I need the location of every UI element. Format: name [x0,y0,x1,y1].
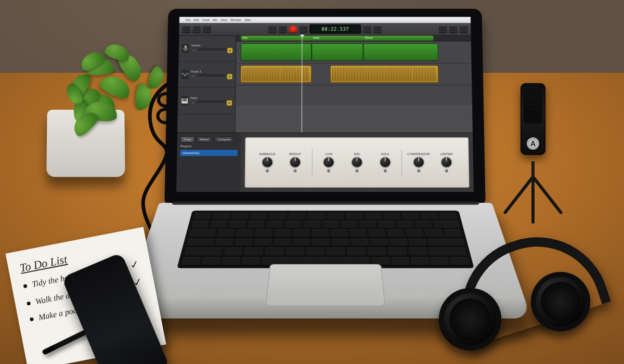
tab-compare[interactable]: Compare [214,136,233,142]
lane-2[interactable] [236,85,472,108]
metronome-button[interactable] [373,25,382,33]
tab-track[interactable]: Track [180,136,194,142]
svg-rect-3 [184,98,185,101]
play-button[interactable] [279,25,287,33]
track-header-2[interactable]: Keys M [178,88,236,114]
menu-window[interactable]: Window [230,18,241,21]
region[interactable] [241,66,311,83]
mute-button[interactable]: M [227,100,232,106]
knob-bright[interactable]: BRIGHT [284,152,307,172]
microphone: A [494,83,572,239]
rewind-button[interactable] [268,25,277,33]
laptop-screen: File Edit Track Mix View Window Help [176,17,474,192]
mic-logo: A [527,137,539,150]
editors-toggle[interactable] [203,25,211,33]
menu-view[interactable]: View [220,18,227,21]
knob-high[interactable]: HIGH [373,152,397,172]
menu-track[interactable]: Track [202,18,210,21]
svg-rect-4 [186,98,187,101]
track-header-panel: Vocals M Audio 1 M [177,36,236,133]
notepad-toggle[interactable] [439,25,447,33]
menu-help[interactable]: Help [244,18,251,21]
pan-knob[interactable] [191,48,197,53]
track-header-0[interactable]: Vocals M [178,36,236,62]
svg-rect-2 [183,98,184,101]
knob-compressor[interactable]: COMPRESSOR [407,152,431,172]
menu-file[interactable]: File [186,18,191,21]
menu-mix[interactable]: Mix [213,18,217,21]
region[interactable] [311,43,363,60]
menu-edit[interactable]: Edit [193,18,199,21]
headphones [437,234,603,354]
piano-icon [181,96,188,106]
wave-icon [181,70,189,80]
marker-1[interactable]: Verse [311,36,363,41]
plant-pot [46,110,125,177]
volume-slider[interactable] [197,100,225,103]
lane-1[interactable] [236,63,472,86]
region[interactable] [363,43,438,60]
os-menubar[interactable]: File Edit Track Mix View Window Help [179,17,471,23]
laptop-trackpad[interactable] [266,264,385,306]
laptop-lid: File Edit Track Mix View Window Help [164,9,485,204]
marker-0[interactable]: Intro [241,36,311,41]
timeline[interactable]: Intro Verse Chorus [235,36,473,133]
loops-toggle[interactable] [449,25,458,33]
timecode-display[interactable]: 00:22.537 [309,24,361,34]
track-name-1: Audio 1 [191,70,232,73]
controls-toggle[interactable] [192,25,201,33]
pan-knob[interactable] [190,100,196,106]
track-name-0: Vocals [191,44,233,47]
laptop-keyboard[interactable] [177,211,474,268]
volume-slider[interactable] [198,74,226,76]
smart-controls: Track Master Compare Plug-ins Channel EQ… [176,133,474,192]
ear-cup-left [439,288,501,350]
count-in-button[interactable] [363,25,371,33]
mic-icon [182,44,189,53]
svg-rect-0 [185,45,187,49]
plugins-label: Plug-ins [180,145,238,148]
controls-strip: AMBIENCE BRIGHT LOW MID HIGH COMPRESSOR … [244,137,469,188]
check-icon: ✓ [129,258,140,272]
media-toggle[interactable] [460,25,468,33]
ruler[interactable]: Intro Verse Chorus [236,36,471,42]
knob-limiter[interactable]: LIMITER [435,152,459,172]
mute-button[interactable]: M [227,74,232,79]
transport-toolbar: 00:22.537 [179,23,471,35]
volume-slider[interactable] [198,48,226,50]
plugin-slot[interactable]: Channel EQ [180,150,238,156]
lane-0[interactable] [236,41,472,63]
region[interactable] [330,66,439,83]
library-toggle[interactable] [182,25,190,33]
knob-mid[interactable]: MID [345,152,368,172]
knob-low[interactable]: LOW [317,152,340,172]
record-button[interactable] [289,25,297,33]
empty-lanes[interactable] [235,106,473,133]
laptop: File Edit Track Mix View Window Help [166,7,484,355]
arrange-area: Vocals M Audio 1 M [177,36,473,133]
cycle-button[interactable] [299,25,307,33]
mic-grille [524,86,542,124]
mute-button[interactable]: M [227,48,232,53]
tab-master[interactable]: Master [197,136,213,142]
ear-cup-right [531,272,590,331]
region[interactable] [241,43,311,60]
knob-ambience[interactable]: AMBIENCE [256,152,279,172]
marker-2[interactable]: Chorus [363,36,433,41]
track-name-2: Keys [190,96,232,99]
track-header-1[interactable]: Audio 1 M [178,62,236,88]
pan-knob[interactable] [191,74,196,79]
